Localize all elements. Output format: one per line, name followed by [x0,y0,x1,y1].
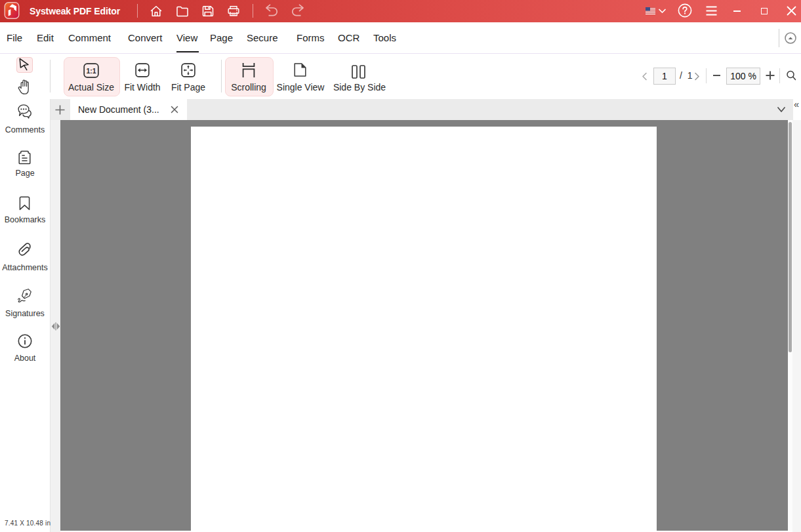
svg-text:1:1: 1:1 [86,67,96,75]
